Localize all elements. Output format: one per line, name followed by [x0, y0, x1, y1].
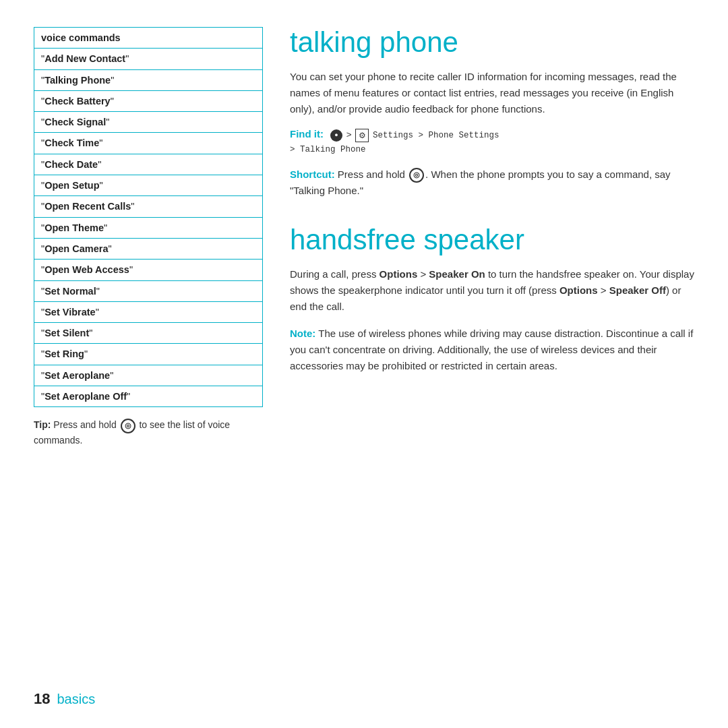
section2-body: During a call, press Options > Speaker O…	[290, 266, 694, 315]
shortcut-text: Press and hold ◎. When the phone prompts…	[290, 169, 671, 196]
section2-title: handsfree speaker	[290, 224, 694, 255]
list-item: "Talking Phone"	[34, 69, 263, 90]
shortcut-label: Shortcut:	[290, 169, 335, 180]
page-number: 18	[34, 690, 50, 708]
table-header: voice commands	[34, 28, 263, 49]
list-item: "Check Battery"	[34, 90, 263, 111]
list-item: "Set Normal"	[34, 280, 263, 301]
list-item: "Open Camera"	[34, 238, 263, 259]
speaker-on-label: Speaker On	[429, 268, 485, 280]
shortcut-button-icon: ◎	[409, 168, 424, 183]
tip-paragraph: Tip: Press and hold ◎ to see the list of…	[34, 418, 263, 447]
list-item: "Open Recent Calls"	[34, 196, 263, 217]
options-label-1: Options	[380, 268, 418, 280]
list-item: "Open Setup"	[34, 175, 263, 196]
page-category: basics	[57, 692, 95, 707]
find-it-label: Find it:	[290, 128, 324, 140]
right-column: talking phone You can set your phone to …	[290, 27, 694, 708]
list-item: "Open Web Access"	[34, 260, 263, 280]
nav-dot-icon: ●	[330, 129, 342, 142]
note-label: Note:	[290, 328, 315, 339]
section1-body: You can set your phone to recite caller …	[290, 69, 694, 117]
list-item: "Set Aeroplane Off"	[34, 386, 263, 407]
page-footer: 18 basics	[34, 690, 263, 708]
voice-button-icon: ◎	[121, 419, 135, 433]
list-item: "Set Ring"	[34, 344, 263, 365]
options-label-2: Options	[559, 284, 598, 296]
list-item: "Set Aeroplane"	[34, 365, 263, 386]
list-item: "Check Time"	[34, 133, 263, 154]
section1-title: talking phone	[290, 27, 694, 58]
list-item: "Set Vibrate"	[34, 301, 263, 322]
tip-label: Tip:	[34, 419, 51, 430]
gear-icon: ⚙	[355, 129, 369, 142]
list-item: "Check Date"	[34, 154, 263, 175]
list-item: "Set Silent"	[34, 323, 263, 344]
find-it-block: Find it: ● > ⚙ Settings > Phone Settings…	[290, 128, 694, 154]
voice-commands-table: voice commands "Add New Contact" "Talkin…	[34, 27, 263, 407]
note-body: Note: The use of wireless phones while d…	[290, 326, 694, 374]
shortcut-block: Shortcut: Press and hold ◎. When the pho…	[290, 166, 694, 199]
left-column: voice commands "Add New Contact" "Talkin…	[34, 27, 263, 708]
speaker-off-label: Speaker Off	[609, 284, 666, 296]
find-it-nav: > Talking Phone	[290, 145, 366, 154]
find-it-text: ● > ⚙ Settings > Phone Settings	[326, 129, 499, 140]
list-item: "Add New Contact"	[34, 49, 263, 69]
list-item: "Open Theme"	[34, 217, 263, 238]
list-item: "Check Signal"	[34, 112, 263, 133]
